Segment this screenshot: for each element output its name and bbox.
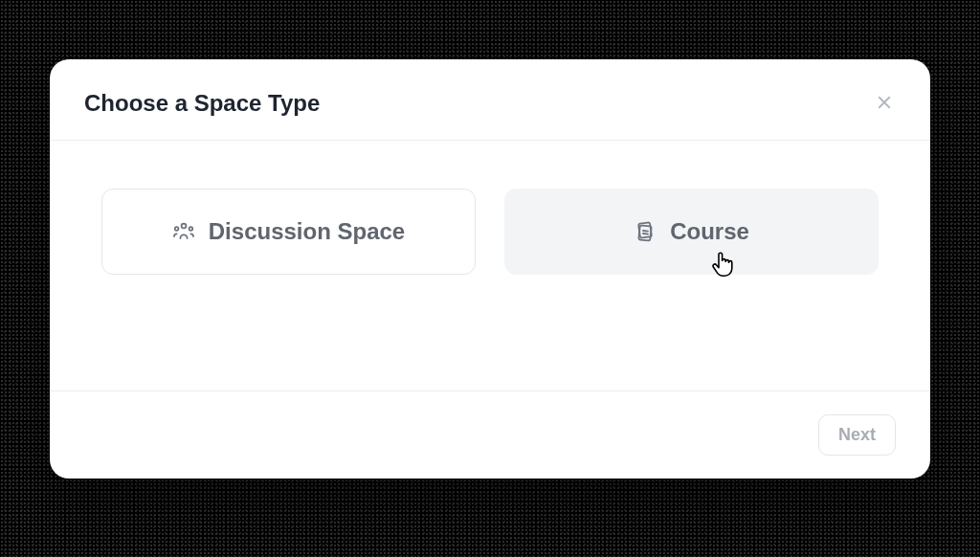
option-discussion-space[interactable]: Discussion Space <box>101 189 476 275</box>
cards-icon <box>634 220 657 243</box>
next-button[interactable]: Next <box>818 414 896 456</box>
option-course[interactable]: Course <box>504 189 879 275</box>
modal-body: Discussion Space Course <box>50 141 930 390</box>
pointer-cursor-icon <box>710 251 733 281</box>
svg-point-4 <box>189 227 192 231</box>
svg-point-2 <box>181 224 186 229</box>
modal-title: Choose a Space Type <box>84 90 320 117</box>
modal-footer: Next <box>50 390 930 479</box>
option-label: Discussion Space <box>209 218 405 245</box>
people-icon <box>172 220 195 243</box>
option-label: Course <box>670 218 749 245</box>
close-icon <box>876 94 893 114</box>
modal-header: Choose a Space Type <box>50 59 930 141</box>
svg-point-3 <box>175 227 179 231</box>
close-button[interactable] <box>873 92 896 115</box>
svg-line-7 <box>643 231 648 232</box>
space-type-modal: Choose a Space Type <box>50 59 930 479</box>
svg-line-8 <box>643 234 648 234</box>
